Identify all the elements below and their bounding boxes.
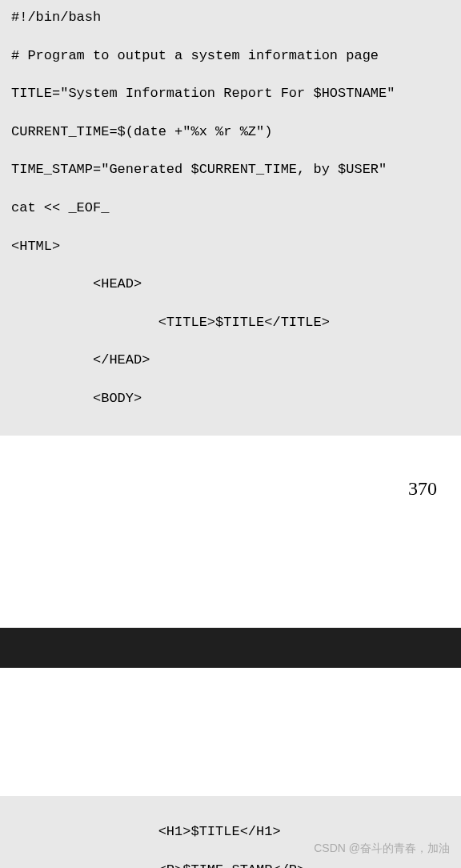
code-line: # Program to output a system information… (11, 46, 450, 66)
page-gap-2 (0, 668, 461, 796)
code-line (11, 294, 450, 313)
code-line: TIME_STAMP="Generated $CURRENT_TIME, by … (11, 160, 450, 179)
code-line: <BODY> (11, 389, 450, 408)
code-line (11, 842, 450, 861)
code-line: <HEAD> (11, 275, 450, 294)
code-line: <P>$TIME_STAMP</P> (11, 861, 450, 868)
code-line: cat << _EOF_ (11, 199, 450, 218)
code-line (11, 332, 450, 352)
code-line: <H1>$TITLE</H1> (11, 822, 450, 842)
code-block-top: #!/bin/bash # Program to output a system… (0, 0, 461, 436)
code-line (11, 804, 450, 823)
code-line (11, 27, 450, 46)
code-line: TITLE="System Information Report For $HO… (11, 84, 450, 103)
code-line: <TITLE>$TITLE</TITLE> (11, 313, 450, 332)
code-line: </HEAD> (11, 351, 450, 370)
code-line (11, 179, 450, 199)
code-line (11, 65, 450, 84)
code-line: #!/bin/bash (11, 8, 450, 27)
code-line: <HTML> (11, 237, 450, 256)
code-line (11, 103, 450, 123)
code-line (11, 218, 450, 237)
code-line (11, 255, 450, 275)
code-block-bottom: <H1>$TITLE</H1> <P>$TIME_STAMP</P> </BOD… (0, 796, 461, 868)
section-divider-bar (0, 628, 461, 668)
code-line (11, 408, 450, 428)
code-line (11, 370, 450, 389)
page-gap: 370 (0, 436, 461, 628)
code-line: CURRENT_TIME=$(date +"%x %r %Z") (11, 123, 450, 142)
code-line (11, 142, 450, 161)
page-number: 370 (408, 476, 437, 503)
